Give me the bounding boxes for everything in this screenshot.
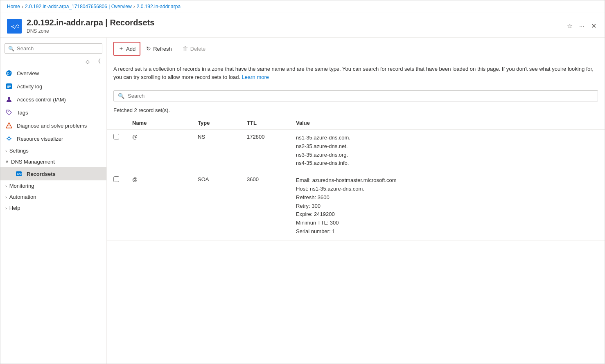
sidebar-section-label-settings: Settings	[9, 148, 29, 154]
sidebar-item-activity-log[interactable]: Activity log	[0, 80, 106, 93]
main-content: ＋ Add ↻ Refresh 🗑 Delete A record set is…	[107, 38, 605, 364]
activity-log-icon	[5, 83, 13, 90]
content-search-wrapper[interactable]: 🔍	[113, 90, 598, 101]
sidebar-item-label-diagnose: Diagnose and solve problems	[17, 123, 87, 129]
sidebar-section-label-dns-management: DNS Management	[11, 159, 55, 165]
sidebar-tools: ◇ 《	[0, 56, 106, 67]
breadcrumb-sep-2: ›	[133, 4, 135, 9]
add-button[interactable]: ＋ Add	[113, 42, 140, 56]
add-icon: ＋	[118, 45, 124, 52]
sidebar-item-iam[interactable]: Access control (IAM)	[0, 93, 106, 106]
sidebar: 🔍 ◇ 《 DNS Overview Activity log	[0, 38, 107, 364]
row-value: ns1-35.azure-dns.com. ns2-35.azure-dns.n…	[289, 130, 605, 172]
refresh-button[interactable]: ↻ Refresh	[141, 42, 177, 55]
info-text: A record set is a collection of records …	[113, 66, 594, 80]
row-ttl: 172800	[240, 130, 289, 172]
sidebar-item-overview[interactable]: DNS Overview	[0, 67, 106, 80]
sidebar-item-label-activity: Activity log	[17, 83, 42, 90]
refresh-label: Refresh	[153, 46, 172, 52]
page-title: 2.0.192.in-addr.arpa | Recordsets	[27, 18, 560, 27]
info-box: A record set is a collection of records …	[107, 60, 605, 86]
sidebar-item-diagnose[interactable]: Diagnose and solve problems	[0, 119, 106, 132]
more-options-button[interactable]: ···	[578, 21, 586, 31]
svg-point-11	[9, 127, 9, 128]
row-checkbox-cell	[107, 172, 126, 240]
records-table: Name Type TTL Value @NS172800ns1-35.azur…	[107, 117, 605, 240]
col-header-name: Name	[126, 117, 191, 130]
row-type: NS	[191, 130, 240, 172]
automation-chevron-icon: ›	[5, 195, 7, 200]
table-row[interactable]: @NS172800ns1-35.azure-dns.com. ns2-35.az…	[107, 130, 605, 172]
row-checkbox-cell	[107, 130, 126, 172]
refresh-icon: ↻	[146, 45, 151, 52]
svg-point-12	[8, 137, 10, 140]
sidebar-collapse-button[interactable]: 《	[94, 57, 102, 66]
page-title-block: 2.0.192.in-addr.arpa | Recordsets DNS zo…	[27, 18, 560, 34]
sidebar-item-label-resource-visualizer: Resource visualizer	[17, 136, 63, 142]
table-row[interactable]: @SOA3600Email: azuredns-hostmaster.micro…	[107, 172, 605, 240]
col-header-ttl: TTL	[240, 117, 289, 130]
overview-icon: DNS	[5, 70, 13, 77]
page-icon: </>	[7, 19, 22, 34]
sidebar-filter-button[interactable]: ◇	[84, 57, 91, 66]
sidebar-search-area: 🔍	[0, 41, 106, 56]
svg-text:DNS: DNS	[17, 173, 22, 176]
sidebar-section-label-monitoring: Monitoring	[9, 183, 34, 189]
learn-more-link[interactable]: Learn more	[242, 74, 269, 80]
sidebar-section-settings[interactable]: › Settings	[0, 145, 106, 156]
sidebar-item-label-overview: Overview	[17, 70, 39, 76]
sidebar-search-input-wrapper[interactable]: 🔍	[5, 43, 102, 54]
sidebar-item-resource-visualizer[interactable]: Resource visualizer	[0, 132, 106, 145]
sidebar-item-label-tags: Tags	[17, 110, 28, 116]
delete-label: Delete	[190, 46, 206, 52]
row-checkbox[interactable]	[113, 176, 119, 182]
tags-icon	[5, 109, 13, 116]
sidebar-item-recordsets[interactable]: DNS Recordsets	[0, 167, 106, 180]
row-ttl: 3600	[240, 172, 289, 240]
breadcrumb-sep-1: ›	[22, 4, 23, 9]
page-subtitle: DNS zone	[27, 28, 560, 34]
page-header: </> 2.0.192.in-addr.arpa | Recordsets DN…	[0, 13, 605, 38]
breadcrumb-zone[interactable]: 2.0.192.in-addr.arpa	[137, 4, 181, 9]
row-name: @	[126, 130, 191, 172]
sidebar-section-dns-management[interactable]: ∨ DNS Management	[0, 156, 106, 167]
add-label: Add	[126, 46, 135, 52]
favorite-button[interactable]: ☆	[565, 20, 574, 31]
delete-button[interactable]: 🗑 Delete	[178, 42, 211, 55]
content-search-input[interactable]	[128, 93, 594, 99]
sidebar-section-label-automation: Automation	[9, 194, 36, 200]
svg-point-9	[8, 111, 9, 112]
resource-visualizer-icon	[5, 135, 13, 142]
toolbar: ＋ Add ↻ Refresh 🗑 Delete	[107, 38, 605, 60]
sidebar-item-tags[interactable]: Tags	[0, 106, 106, 119]
content-search-area: 🔍	[107, 86, 605, 106]
recordsets-icon: DNS	[15, 170, 23, 178]
sidebar-section-help[interactable]: › Help	[0, 202, 106, 213]
delete-icon: 🗑	[183, 45, 188, 52]
settings-chevron-icon: ›	[5, 148, 7, 153]
breadcrumb-home[interactable]: Home	[7, 4, 20, 9]
header-actions: ☆ ··· ✕	[565, 20, 598, 31]
fetched-text: Fetched 2 record set(s).	[107, 106, 605, 117]
row-name: @	[126, 172, 191, 240]
dns-management-chevron-icon: ∨	[5, 159, 9, 164]
body-wrapper: 🔍 ◇ 《 DNS Overview Activity log	[0, 38, 605, 364]
svg-text:</>: </>	[11, 23, 19, 29]
breadcrumb: Home › 2.0.192.in-addr.arpa_171804765680…	[0, 0, 605, 13]
help-chevron-icon: ›	[5, 206, 7, 211]
sidebar-section-monitoring[interactable]: › Monitoring	[0, 180, 106, 191]
svg-point-8	[8, 97, 10, 99]
row-checkbox[interactable]	[113, 134, 119, 139]
sidebar-item-label-iam: Access control (IAM)	[17, 97, 66, 103]
close-button[interactable]: ✕	[589, 20, 598, 31]
content-search-icon: 🔍	[118, 93, 124, 99]
col-header-checkbox	[107, 117, 126, 130]
svg-text:DNS: DNS	[7, 72, 12, 76]
sidebar-section-automation[interactable]: › Automation	[0, 191, 106, 202]
iam-icon	[5, 96, 13, 103]
row-value: Email: azuredns-hostmaster.microsoft.com…	[289, 172, 605, 240]
page-wrapper: Home › 2.0.192.in-addr.arpa_171804765680…	[0, 0, 605, 364]
sidebar-search-input[interactable]	[17, 45, 99, 52]
breadcrumb-overview[interactable]: 2.0.192.in-addr.arpa_1718047656806 | Ove…	[25, 4, 132, 9]
row-type: SOA	[191, 172, 240, 240]
